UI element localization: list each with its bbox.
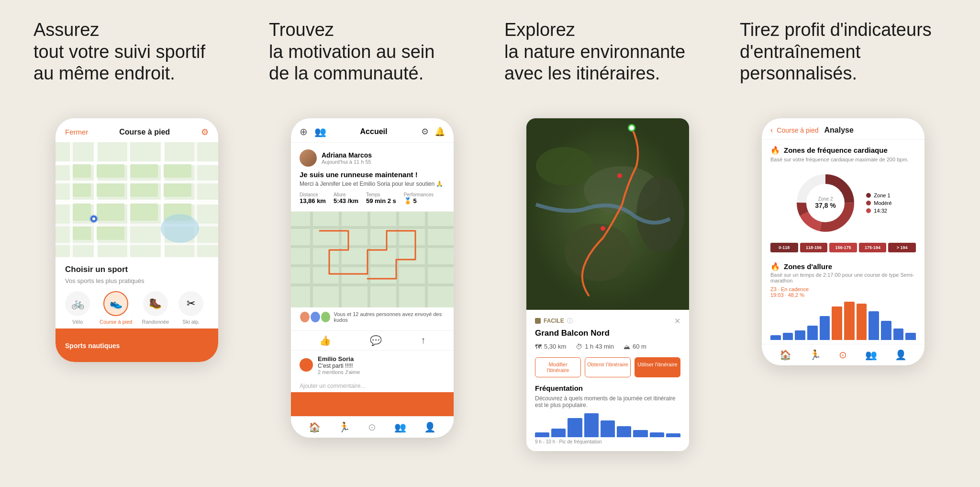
svg-point-43 <box>565 224 632 281</box>
sport-velo[interactable]: 🚲 Vélo <box>65 291 90 325</box>
group-nav-icon[interactable]: 👥 <box>394 421 406 433</box>
sports-nautiques-label: Sports nautiques <box>65 342 209 350</box>
fermer-button[interactable]: Fermer <box>65 128 88 136</box>
legend-dot-3 <box>866 208 871 213</box>
svg-rect-21 <box>130 204 158 221</box>
breadcrumb[interactable]: Course à pied <box>777 126 818 134</box>
section1-label: Zones de fréquence cardiaque <box>784 146 888 154</box>
phone1-container: Fermer Course à pied ⚙ <box>19 118 255 362</box>
freq-bar-7 <box>633 430 647 437</box>
vos-sports-label: Vos sports les plus pratiqués <box>65 277 209 284</box>
svg-rect-5 <box>56 243 218 245</box>
allure-bar-11 <box>893 328 904 340</box>
svg-rect-31 <box>291 226 454 229</box>
comment-sub: 2 mentions J'aime <box>318 369 360 375</box>
modify-button[interactable]: Modifier l'itinéraire <box>535 357 581 377</box>
freq-desc: Découvrez à quels moments de la journée … <box>535 395 680 408</box>
comment-row: Emilio Soria C'est parti !!!!! 2 mention… <box>291 351 454 380</box>
settings-icon[interactable]: ⚙ <box>201 127 209 137</box>
difficulty-badge: FACILE ⓘ <box>535 317 573 325</box>
col2-heading-area: Trouvezla motivation au seinde la commun… <box>255 19 490 104</box>
randonnee-label: Randonnée <box>142 319 169 325</box>
sport-ski[interactable]: ✂ Ski alp. <box>178 291 203 325</box>
ski-icon: ✂ <box>178 291 203 316</box>
info-icon[interactable]: ⓘ <box>567 317 573 325</box>
phone2-right-icons: ⚙ 🔔 <box>421 126 445 137</box>
phone2-orange-bar <box>291 392 454 416</box>
like-button[interactable]: 👍 <box>319 335 331 346</box>
section2-title-row: 🔥 Zones d'allure <box>770 258 916 272</box>
section1-sub: Basé sur votre fréquence cardiaque maxim… <box>762 157 924 167</box>
phone1-header: Fermer Course à pied ⚙ <box>56 118 218 142</box>
obtain-button[interactable]: Obtenir l'itinéraire <box>585 357 631 377</box>
col3-heading-area: Explorezla nature environnanteavec les i… <box>490 19 725 104</box>
activity-card: Adriana Marcos Aujourd'hui à 11 h 55 Je … <box>291 143 454 212</box>
svg-rect-6 <box>70 142 73 257</box>
difficulty-text: FACILE <box>544 317 564 324</box>
legend-dot-1 <box>866 193 871 198</box>
group-icon[interactable]: 👥 <box>314 126 326 137</box>
route-stat-time: ⏱ 1 h 43 min <box>576 343 614 351</box>
sport-course[interactable]: 👟 Course à pied <box>100 291 133 325</box>
bell-icon[interactable]: 🔔 <box>434 126 445 137</box>
home-nav4-icon[interactable]: 🏠 <box>780 349 791 361</box>
svg-rect-16 <box>130 183 158 197</box>
svg-rect-15 <box>130 164 158 178</box>
ski-label: Ski alp. <box>182 319 200 325</box>
freq-peak-label: 9 h - 10 h · Pic de fréquentation <box>535 439 680 444</box>
svg-rect-2 <box>56 181 218 183</box>
activity-user-row: Adriana Marcos Aujourd'hui à 11 h 55 <box>300 149 445 167</box>
phone1: Fermer Course à pied ⚙ <box>56 118 218 362</box>
allure-bar-4 <box>807 326 818 340</box>
activity-subtitle: Merci à Jennifer Lee et Emilio Soria pou… <box>300 181 445 187</box>
svg-rect-14 <box>97 183 124 197</box>
svg-rect-18 <box>164 183 191 197</box>
stat-performances: Performances 🏅 5 <box>404 192 434 204</box>
kudos-avatar-3 <box>321 311 331 323</box>
stat-allure: Allure 5:43 /km <box>334 192 358 204</box>
profile-nav4-icon[interactable]: 👤 <box>895 349 907 361</box>
svg-rect-11 <box>73 164 91 178</box>
settings-icon2[interactable]: ⚙ <box>421 126 429 137</box>
stat-temps: Temps 59 min 2 s <box>366 192 396 204</box>
share-button[interactable]: ↑ <box>421 335 425 346</box>
phone3-container: FACILE ⓘ ✕ Grand Balcon Nord 🗺 5,30 km ⏱… <box>490 118 725 451</box>
velo-label: Vélo <box>72 319 83 325</box>
pace-icon: 🔥 <box>770 262 780 271</box>
freq-bar-5 <box>601 420 615 437</box>
kudos-area: Vous et 12 autres personnes avez envoyé … <box>291 307 454 330</box>
col4-heading-area: Tirez profit d'indicateursd'entraînement… <box>725 19 961 104</box>
zone-bars-row: 0-118 118-156 156-175 175-194 > 194 <box>762 239 924 256</box>
comment-button[interactable]: 💬 <box>370 335 382 346</box>
comment-content: C'est parti !!!!! <box>318 362 360 369</box>
difficulty-dot <box>535 318 541 324</box>
svg-rect-24 <box>97 227 124 240</box>
svg-rect-17 <box>164 164 191 178</box>
group-nav4-icon[interactable]: 👥 <box>865 349 877 361</box>
activity-nav-icon[interactable]: 🏃 <box>338 421 350 433</box>
sport-icons-row: 🚲 Vélo 👟 Course à pied 🥾 Randonnée ✂ Ski… <box>65 291 209 325</box>
svg-point-41 <box>536 147 593 185</box>
sport-randonnee[interactable]: 🥾 Randonnée <box>142 291 169 325</box>
close-icon[interactable]: ✕ <box>674 317 680 326</box>
comment-avatar <box>300 358 313 372</box>
kudos-avatars: Vous et 12 autres personnes avez envoyé … <box>300 311 445 323</box>
record-nav4-icon[interactable]: ⊙ <box>839 349 847 361</box>
phone2: ⊕ 👥 Accueil ⚙ 🔔 Adriana Marcos Aujourd'h… <box>291 118 454 438</box>
profile-nav-icon[interactable]: 👤 <box>424 421 436 433</box>
svg-point-28 <box>92 217 95 220</box>
svg-point-25 <box>161 214 199 243</box>
back-arrow-icon[interactable]: ‹ <box>770 126 773 135</box>
use-button[interactable]: Utiliser l'itinéraire <box>635 357 680 377</box>
freq-bar-1 <box>535 432 549 437</box>
add-comment-input[interactable]: Ajouter un commentaire... <box>291 380 454 392</box>
home-nav-icon[interactable]: 🏠 <box>309 421 321 433</box>
explore-nav-icon[interactable]: ⊙ <box>368 421 376 433</box>
phone4-header: ‹ Course à pied Analyse <box>762 118 924 140</box>
add-icon[interactable]: ⊕ <box>300 126 308 137</box>
legend-dot-2 <box>866 201 871 205</box>
activity-nav4-icon[interactable]: 🏃 <box>809 349 821 361</box>
zone-bar-2: 118-156 <box>800 243 828 252</box>
satellite-map <box>526 118 689 310</box>
allure-bar-7 <box>844 302 855 340</box>
